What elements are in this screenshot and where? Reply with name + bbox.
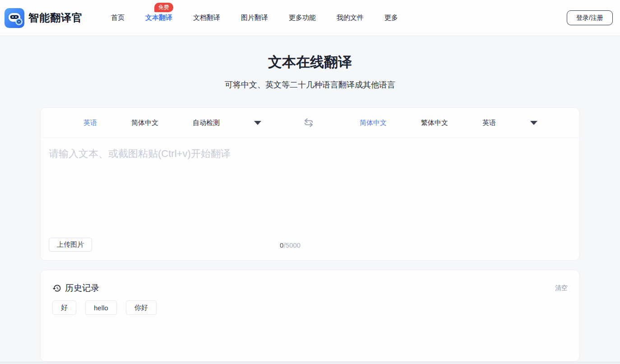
target-lang-tab-traditional-chinese[interactable]: 繁体中文 — [421, 119, 448, 127]
translator-card-footer: 上传图片 0/5000 — [41, 232, 579, 260]
nav-item-image-translate[interactable]: 图片翻译 — [231, 14, 278, 22]
history-card: 历史记录 清空 好 hello 你好 — [40, 270, 580, 362]
translator-card: 英语 简体中文 自动检测 简体中文 繁体中文 英语 上传图片 — [40, 107, 580, 261]
hero-section: 文本在线翻译 可将中文、英文等二十几种语言翻译成其他语言 — [0, 36, 620, 89]
upload-image-button[interactable]: 上传图片 — [49, 238, 92, 252]
nav-item-doc-translate[interactable]: 文档翻译 — [183, 14, 231, 22]
brand-name: 智能翻译官 — [28, 11, 83, 25]
nav-item-home[interactable]: 首页 — [101, 14, 135, 22]
login-register-button[interactable]: 登录/注册 — [567, 10, 613, 25]
char-count-limit: /5000 — [283, 241, 301, 249]
source-language-tabs: 英语 简体中文 自动检测 — [41, 119, 303, 127]
history-item[interactable]: hello — [85, 300, 117, 315]
free-badge: 免费 — [154, 3, 173, 12]
target-lang-tab-english[interactable]: 英语 — [482, 119, 496, 127]
source-text-input[interactable] — [41, 138, 579, 232]
target-lang-chevron-down-icon[interactable] — [530, 121, 537, 125]
app-logo-icon — [5, 8, 24, 28]
target-lang-tab-simplified-chinese[interactable]: 简体中文 — [360, 119, 387, 127]
clear-history-button[interactable]: 清空 — [555, 284, 568, 292]
history-list: 好 hello 你好 — [52, 300, 568, 315]
source-lang-tab-simplified-chinese[interactable]: 简体中文 — [131, 119, 158, 127]
history-title: 历史记录 — [65, 282, 99, 294]
char-counter: 0/5000 — [280, 241, 301, 249]
source-lang-chevron-down-icon[interactable] — [254, 121, 261, 125]
source-lang-tab-english[interactable]: 英语 — [83, 119, 97, 127]
history-item[interactable]: 你好 — [126, 300, 157, 315]
nav-item-my-files[interactable]: 我的文件 — [326, 14, 374, 22]
nav-item-more[interactable]: 更多 — [374, 14, 408, 22]
history-clock-icon — [52, 284, 61, 293]
language-tabbar: 英语 简体中文 自动检测 简体中文 繁体中文 英语 — [41, 108, 579, 138]
brand[interactable]: 智能翻译官 — [5, 8, 83, 28]
nav-item-more-features[interactable]: 更多功能 — [278, 14, 326, 22]
page-subtitle: 可将中文、英文等二十几种语言翻译成其他语言 — [0, 80, 620, 90]
main-nav: 首页 文本翻译 免费 文档翻译 图片翻译 更多功能 我的文件 更多 — [101, 14, 408, 22]
swap-languages-button[interactable] — [303, 117, 315, 129]
source-lang-tab-auto-detect[interactable]: 自动检测 — [193, 119, 220, 127]
top-navbar: 智能翻译官 首页 文本翻译 免费 文档翻译 图片翻译 更多功能 我的文件 更多 … — [0, 0, 620, 36]
target-language-tabs: 简体中文 繁体中文 英语 — [315, 119, 579, 127]
next-section-edge — [0, 362, 620, 364]
swap-arrows-icon — [303, 117, 314, 128]
nav-item-text-translate[interactable]: 文本翻译 免费 — [135, 14, 183, 22]
page-title: 文本在线翻译 — [0, 55, 620, 70]
history-header: 历史记录 清空 — [52, 282, 568, 294]
history-item[interactable]: 好 — [52, 300, 76, 315]
